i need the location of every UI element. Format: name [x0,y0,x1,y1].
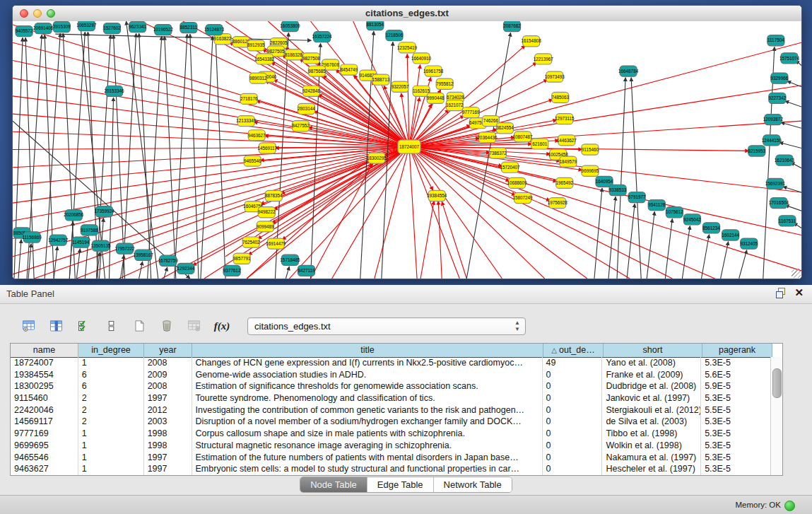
column-header-pagerank[interactable]: pagerank [702,344,772,357]
graph-node[interactable]: 13505135 [90,240,111,251]
table-cell[interactable]: Investigating the contribution of common… [192,404,543,416]
graph-node[interactable]: 20364436 [477,132,498,143]
table-cell[interactable]: Genome-wide association studies in ADHD. [192,369,543,381]
table-cell[interactable]: 22420046 [11,404,78,416]
table-cell[interactable]: 6 [78,369,144,381]
table-cell[interactable]: Corpus callosum shape and size in male p… [192,428,543,440]
graph-node[interactable]: 1167531 [779,216,796,226]
column-header-short[interactable]: short [604,344,702,357]
graph-node[interactable]: 2718176 [240,93,258,104]
table-cell[interactable]: 0 [543,392,603,404]
table-cell[interactable]: 1 [78,428,144,440]
table-cell[interactable]: Embryonic stem cells: a model to study s… [192,463,543,475]
graph-node[interactable]: 10196522 [153,25,174,35]
graph-node[interactable]: 16357224 [312,32,333,42]
graph-node[interactable]: 9465546 [244,156,261,166]
graph-node[interactable]: 12093872 [763,115,784,125]
table-cell[interactable]: 0 [543,380,603,392]
graph-node[interactable]: 1218506 [386,30,404,41]
graph-node[interactable]: 8427552 [292,121,310,132]
graph-node[interactable]: 1117504 [767,35,784,46]
table-cell[interactable]: Dudbridge et al. (2008) [602,380,701,392]
table-cell[interactable]: 1 [78,440,144,452]
tab-edge-table[interactable]: Edge Table [367,477,434,492]
graph-node[interactable]: 12213967 [534,54,554,64]
graph-node[interactable]: 10653287 [76,21,97,31]
delete-table-icon[interactable] [185,317,204,335]
graph-node[interactable]: 1849579 [560,156,577,167]
table-row[interactable]: 1830029562008Estimation of significance … [11,380,771,392]
table-scrollbar[interactable] [770,357,782,475]
graph-node[interactable]: 6791977 [628,192,646,202]
graph-node[interactable]: 9099489 [257,221,274,232]
table-row[interactable]: 946554611997Estimation of the future num… [11,452,771,464]
graph-node[interactable]: 8186328 [285,49,302,60]
graph-node[interactable]: 16210643 [775,155,795,165]
table-cell[interactable]: 0 [543,404,603,416]
graph-node[interactable]: 2803144 [298,103,315,114]
table-cell[interactable]: 1 [78,452,144,464]
graph-node[interactable]: 3915309 [53,22,71,33]
table-cell[interactable]: Hescheler et al. (1997) [602,463,701,475]
table-cell[interactable]: 18724007 [11,357,78,369]
float-panel-icon[interactable] [776,288,786,298]
graph-node[interactable]: 1621072 [446,100,464,110]
graph-node[interactable]: 13958167 [134,250,154,260]
graph-node[interactable]: 15807249 [513,192,534,203]
table-cell[interactable]: Disruption of a novel member of a sodium… [192,416,543,428]
graph-node[interactable]: 9115460 [582,144,599,155]
table-cell[interactable]: Wolkin et al. (1998) [602,440,701,452]
table-row[interactable]: 946362711997Embryonic stem cells: a mode… [11,463,771,475]
graph-node[interactable]: 18300295 [367,153,387,163]
table-cell[interactable]: 5.6E-5 [701,369,771,381]
table-cell[interactable]: 0 [543,369,603,381]
table-cell[interactable]: 9115460 [11,392,78,404]
table-cell[interactable]: 9699695 [11,440,78,452]
graph-node[interactable]: 9197588 [81,225,98,235]
graph-node[interactable]: 9377612 [223,265,241,276]
table-cell[interactable]: 2 [78,416,144,428]
table-cell[interactable]: 5.3E-5 [701,357,771,369]
select-all-rows-icon[interactable] [75,317,93,335]
table-row[interactable]: 1938455462009Genome-wide association stu… [11,369,771,381]
graph-node[interactable]: 16053809 [280,21,300,32]
graph-node[interactable]: 9498222 [258,207,276,218]
table-cell[interactable]: Changes of HCN gene expression and I(f) … [192,357,543,369]
graph-node[interactable]: 9857791 [233,253,251,264]
table-cell[interactable]: 9463627 [11,463,78,475]
graph-node[interactable]: 621601 [531,139,548,149]
graph-node[interactable]: 8912935 [247,40,265,51]
graph-node[interactable]: 19756928 [548,198,568,209]
graph-node[interactable]: 1292344 [177,263,195,274]
graph-node[interactable]: 1965492 [556,177,574,188]
graph-node[interactable]: 8454749 [340,64,358,75]
graph-node[interactable]: 20153346 [104,86,124,96]
graph-node[interactable]: 9699695 [582,165,599,176]
column-header-title[interactable]: title [192,344,543,357]
graph-node[interactable]: 12133349 [236,116,257,127]
graph-node[interactable]: 9405572 [16,26,33,37]
graph-node[interactable]: 9242848 [302,86,320,96]
graph-node[interactable]: 16961758 [423,66,444,76]
column-header-in-degree[interactable]: in_degree [78,344,144,357]
graph-node[interactable]: 9463627 [248,130,266,141]
table-cell[interactable]: Structural magnetic resonance image aver… [192,440,543,452]
graph-node[interactable]: 14463627 [557,135,577,146]
table-cell[interactable]: 1998 [144,428,192,440]
graph-node[interactable]: 9890312 [249,73,267,83]
table-cell[interactable]: 9465546 [11,452,78,464]
graph-node[interactable]: 17016504 [769,198,789,209]
graph-node[interactable]: 1527602 [103,23,121,34]
table-cell[interactable]: 19384554 [11,369,78,381]
table-cell[interactable]: Stergiakouli et al. (2012) [602,404,701,416]
graph-node[interactable]: 19384554 [427,190,447,201]
table-cell[interactable]: 5.3E-5 [701,428,771,440]
table-cell[interactable]: 1 [78,463,144,475]
graph-node[interactable]: 9322057 [392,81,409,92]
citation-network-graph[interactable]: 9163822886012889129352822605982750516543… [13,21,801,279]
graph-node[interactable]: 20691406 [33,23,54,34]
graph-node[interactable]: 15718485 [280,255,300,265]
table-cell[interactable]: 2 [78,404,144,416]
graph-node[interactable]: 12973115 [555,114,575,124]
table-row[interactable]: 1872400712008Changes of HCN gene express… [11,357,771,369]
